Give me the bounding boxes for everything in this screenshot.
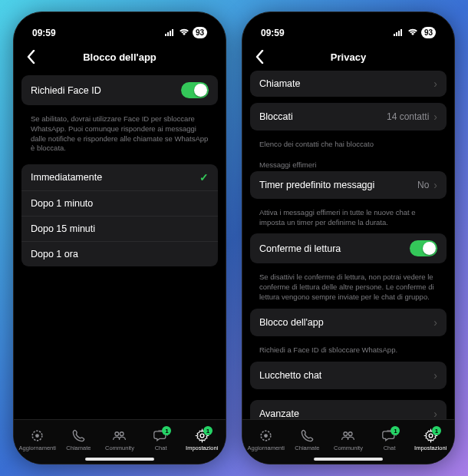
timer-desc: Attiva i messaggi effimeri in tutte le n…: [250, 205, 447, 234]
tab-community[interactable]: Community: [328, 428, 369, 451]
svg-rect-1: [167, 32, 169, 36]
page-title: Blocco dell'app: [83, 51, 157, 63]
option-immediately[interactable]: Immediatamente ✓: [21, 164, 218, 191]
settings-badge: 1: [432, 426, 441, 435]
signal-icon: [165, 28, 176, 38]
tab-calls[interactable]: Chiamate: [58, 428, 100, 451]
content[interactable]: Chiamate › Bloccati 14 contatti› Elenco …: [242, 71, 454, 419]
status-bar: 09:59 93: [242, 12, 454, 43]
updates-icon: [30, 428, 45, 443]
status-time: 09:59: [261, 28, 285, 38]
blocked-row[interactable]: Bloccati 14 contatti›: [250, 103, 447, 131]
svg-rect-3: [172, 29, 173, 36]
applock-desc: Richiedi a Face ID di sbloccare WhatsApp…: [250, 342, 447, 362]
home-indicator[interactable]: [314, 458, 383, 461]
tab-settings[interactable]: 1 Impostazioni: [410, 428, 451, 451]
require-faceid-toggle[interactable]: [181, 82, 209, 98]
advanced-label: Avanzate: [259, 408, 299, 419]
timer-value: No: [417, 180, 429, 190]
svg-rect-11: [398, 31, 400, 36]
tab-label: Aggiornamenti: [248, 445, 285, 451]
option-label: Dopo 1 minuto: [31, 198, 93, 209]
applock-label: Blocco dell'app: [259, 317, 324, 328]
page-title: Privacy: [331, 51, 366, 63]
tab-calls[interactable]: Chiamate: [287, 428, 328, 451]
blocked-value: 14 contatti: [387, 111, 429, 122]
tab-updates[interactable]: Aggiornamenti: [17, 428, 58, 451]
readreceipt-group: Conferme di lettura: [250, 233, 447, 263]
advanced-group: Avanzate ›: [250, 400, 447, 419]
chat-badge: 1: [162, 426, 171, 435]
calls-icon: [71, 428, 86, 443]
svg-rect-10: [396, 32, 397, 36]
status-right: 93: [165, 27, 207, 38]
settings-badge: 1: [203, 426, 213, 435]
option-label: Immediatamente: [31, 172, 102, 183]
svg-point-6: [115, 431, 119, 435]
timer-row[interactable]: Timer predefinito messaggi No›: [250, 171, 447, 199]
svg-rect-9: [394, 34, 395, 36]
phone-right-privacy: 09:59 93 Privacy Chiamate › Bloccati 14 …: [242, 12, 455, 464]
applock-group: Blocco dell'app ›: [250, 309, 447, 336]
blocked-group: Bloccati 14 contatti›: [250, 103, 447, 131]
applock-row[interactable]: Blocco dell'app ›: [250, 309, 447, 336]
delay-options-group: Immediatamente ✓ Dopo 1 minuto Dopo 15 m…: [21, 164, 218, 266]
back-button[interactable]: [21, 48, 40, 66]
svg-point-17: [429, 434, 433, 438]
updates-icon: [259, 428, 274, 443]
readreceipt-row[interactable]: Conferme di lettura: [250, 233, 447, 263]
chatlock-row[interactable]: Lucchetto chat ›: [250, 362, 447, 389]
tab-label: Chiamate: [295, 445, 319, 451]
calls-row[interactable]: Chiamate ›: [250, 71, 447, 97]
svg-point-15: [344, 431, 348, 435]
ephemeral-header: Messaggi effimeri: [250, 156, 447, 171]
readreceipt-label: Conferme di lettura: [259, 243, 341, 254]
chevron-right-icon: ›: [433, 316, 437, 329]
content: Richiedi Face ID Se abilitato, dovrai ut…: [14, 71, 226, 419]
tab-community[interactable]: Community: [99, 428, 140, 451]
chevron-right-icon: ›: [433, 408, 437, 419]
option-label: Dopo 15 minuti: [31, 223, 95, 234]
require-faceid-row[interactable]: Richiedi Face ID: [21, 75, 218, 105]
community-icon: [112, 428, 127, 443]
chatlock-label: Lucchetto chat: [259, 370, 321, 381]
tab-chat[interactable]: 1 Chat: [369, 428, 410, 451]
readreceipt-toggle[interactable]: [410, 240, 437, 256]
home-indicator[interactable]: [85, 458, 154, 461]
readreceipt-desc: Se disattivi le conferme di lettura, non…: [250, 269, 447, 308]
signal-icon: [394, 28, 404, 38]
svg-rect-2: [170, 31, 171, 36]
chevron-right-icon: ›: [433, 179, 437, 191]
option-15min[interactable]: Dopo 15 minuti: [21, 217, 218, 242]
calls-icon: [299, 428, 315, 443]
back-button[interactable]: [250, 48, 269, 66]
timer-group: Timer predefinito messaggi No›: [250, 171, 447, 199]
blocked-desc: Elenco dei contatti che hai bloccato: [250, 137, 447, 156]
phone-left-app-lock: 09:59 93 Blocco dell'app Richiedi Face I…: [13, 12, 226, 464]
battery-indicator: 93: [193, 27, 207, 38]
tab-chat[interactable]: 1 Chat: [140, 428, 182, 451]
calls-label: Chiamate: [259, 78, 301, 89]
option-1hr[interactable]: Dopo 1 ora: [21, 242, 218, 266]
status-time: 09:59: [32, 28, 56, 38]
nav-bar: Privacy: [242, 43, 454, 71]
svg-point-14: [264, 434, 268, 438]
tab-label: Chiamate: [66, 445, 91, 451]
tab-label: Impostazioni: [414, 445, 447, 451]
svg-point-7: [120, 431, 124, 435]
tab-label: Aggiornamenti: [19, 445, 56, 451]
option-1min[interactable]: Dopo 1 minuto: [21, 191, 218, 217]
chevron-right-icon: ›: [433, 78, 437, 90]
tab-label: Community: [334, 445, 363, 451]
chat-badge: 1: [391, 426, 400, 435]
tab-label: Chat: [384, 445, 396, 451]
tab-settings[interactable]: 1 Impostazioni: [181, 428, 222, 451]
chevron-right-icon: ›: [433, 111, 437, 123]
tab-label: Chat: [155, 445, 167, 451]
advanced-row[interactable]: Avanzate ›: [250, 400, 447, 419]
tab-updates[interactable]: Aggiornamenti: [246, 428, 287, 451]
community-icon: [341, 428, 356, 443]
chatlock-group: Lucchetto chat ›: [250, 362, 447, 389]
status-right: 93: [394, 27, 436, 38]
blocked-label: Bloccati: [259, 111, 293, 122]
